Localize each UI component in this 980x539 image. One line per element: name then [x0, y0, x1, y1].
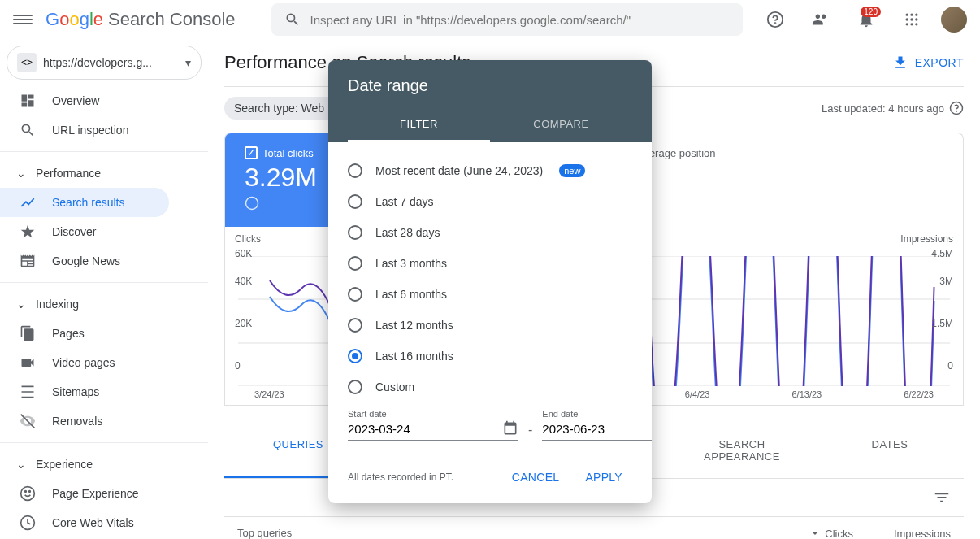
date-separator: - — [525, 413, 536, 437]
radio-icon — [348, 194, 362, 209]
modal-tab-filter[interactable]: FILTER — [348, 108, 490, 142]
footer-note: All dates recorded in PT. — [348, 472, 453, 483]
option-28-days[interactable]: Last 28 days — [348, 217, 632, 248]
option-7-days[interactable]: Last 7 days — [348, 186, 632, 217]
end-date-label: End date — [542, 409, 652, 419]
option-custom[interactable]: Custom — [348, 372, 632, 402]
radio-icon — [348, 256, 362, 271]
radio-icon — [348, 349, 362, 363]
option-16-months[interactable]: Last 16 months — [348, 341, 632, 372]
radio-icon — [348, 225, 362, 240]
radio-icon — [348, 287, 362, 302]
modal-backdrop[interactable]: Date range FILTER COMPARE Most recent da… — [0, 0, 980, 539]
radio-icon — [348, 163, 362, 178]
radio-icon — [348, 318, 362, 333]
calendar-icon[interactable] — [502, 420, 518, 437]
modal-tab-compare[interactable]: COMPARE — [490, 108, 632, 142]
apply-button[interactable]: APPLY — [575, 464, 632, 490]
cancel-button[interactable]: CANCEL — [502, 464, 570, 490]
new-badge: new — [559, 164, 585, 177]
radio-icon — [348, 380, 362, 394]
start-date-input[interactable] — [348, 422, 502, 436]
modal-body: Most recent date (June 24, 2023) new Las… — [328, 142, 652, 454]
end-date-input[interactable] — [542, 422, 652, 436]
option-6-months[interactable]: Last 6 months — [348, 279, 632, 310]
end-date-field[interactable]: End date — [542, 409, 652, 441]
modal-title: Date range — [348, 76, 632, 95]
option-12-months[interactable]: Last 12 months — [348, 310, 632, 341]
option-3-months[interactable]: Last 3 months — [348, 248, 632, 279]
option-most-recent[interactable]: Most recent date (June 24, 2023) new — [348, 155, 632, 186]
start-date-label: Start date — [348, 409, 518, 419]
start-date-field[interactable]: Start date — [348, 409, 518, 441]
date-range-modal: Date range FILTER COMPARE Most recent da… — [328, 60, 652, 503]
